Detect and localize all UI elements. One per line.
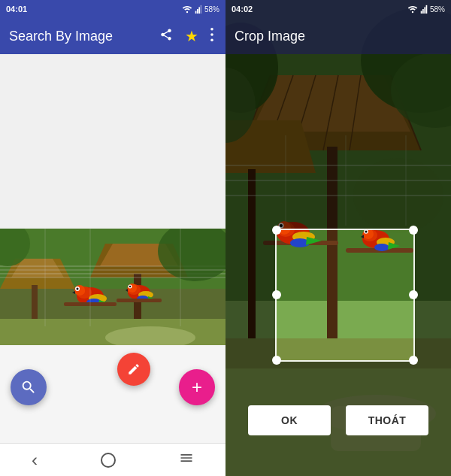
- crop-handle-top-right[interactable]: [409, 226, 418, 235]
- crop-handle-top-left[interactable]: [272, 226, 281, 235]
- add-icon: +: [192, 377, 202, 398]
- right-status-icons: 58%: [407, 5, 445, 14]
- left-status-icons: 58%: [182, 5, 219, 14]
- left-app-bar: Search By Image ★: [0, 18, 226, 54]
- search-icon: [20, 379, 37, 396]
- svg-point-29: [77, 288, 79, 290]
- svg-point-7: [210, 38, 213, 41]
- svg-rect-98: [421, 11, 422, 14]
- left-app-title: Search By Image: [9, 29, 150, 44]
- svg-rect-4: [201, 5, 202, 14]
- right-signal-icon: [420, 5, 428, 14]
- right-screen: 04:02 58% Crop Image OK THOÁT ‹: [226, 0, 451, 476]
- wifi-icon: [182, 5, 192, 14]
- image-container: [0, 229, 226, 345]
- crop-handle-bottom-left[interactable]: [272, 356, 281, 365]
- cancel-button[interactable]: THOÁT: [346, 405, 428, 435]
- svg-point-6: [210, 33, 213, 36]
- crop-rectangle[interactable]: [275, 229, 415, 362]
- edit-icon: [127, 362, 141, 376]
- svg-point-97: [412, 11, 413, 13]
- svg-point-0: [186, 11, 188, 13]
- svg-rect-2: [197, 9, 198, 14]
- svg-rect-99: [422, 9, 424, 14]
- right-status-bar: 04:02 58%: [226, 0, 451, 18]
- left-battery: 58%: [204, 5, 219, 14]
- crop-handle-bottom-right[interactable]: [409, 356, 418, 365]
- left-nav-bar: ‹: [0, 443, 226, 476]
- svg-point-5: [210, 28, 213, 31]
- right-time: 04:02: [232, 5, 253, 14]
- svg-rect-1: [195, 11, 197, 14]
- more-icon[interactable]: [207, 25, 216, 48]
- parrot-image: [0, 229, 226, 345]
- search-fab[interactable]: [11, 369, 47, 405]
- empty-area: [0, 54, 226, 229]
- right-app-bar: Crop Image: [226, 18, 451, 54]
- right-battery: 58%: [430, 5, 445, 14]
- svg-rect-41: [117, 299, 162, 302]
- left-time: 04:01: [6, 5, 27, 14]
- right-app-title: Crop Image: [235, 29, 442, 44]
- left-content: [0, 54, 226, 345]
- crop-handle-middle-left[interactable]: [272, 290, 281, 299]
- star-icon[interactable]: ★: [182, 24, 201, 48]
- right-wifi-icon: [407, 5, 418, 14]
- svg-point-39: [129, 286, 131, 287]
- signal-icon: [195, 5, 202, 14]
- svg-rect-101: [426, 5, 428, 14]
- left-status-bar: 04:01 58%: [0, 0, 226, 18]
- back-nav-icon[interactable]: ‹: [32, 450, 38, 471]
- recent-nav-icon[interactable]: [179, 450, 194, 469]
- home-nav-icon[interactable]: [101, 453, 116, 468]
- add-fab[interactable]: +: [179, 369, 215, 405]
- ok-button[interactable]: OK: [248, 405, 331, 435]
- share-icon[interactable]: [156, 25, 176, 48]
- crop-action-buttons: OK THOÁT: [226, 405, 451, 435]
- edit-fab[interactable]: [117, 353, 150, 386]
- svg-rect-3: [198, 7, 200, 14]
- left-bottom-area: +: [0, 345, 226, 443]
- svg-rect-100: [424, 7, 425, 14]
- left-screen: 04:01 58% Search By Image: [0, 0, 226, 476]
- crop-handle-middle-right[interactable]: [409, 290, 418, 299]
